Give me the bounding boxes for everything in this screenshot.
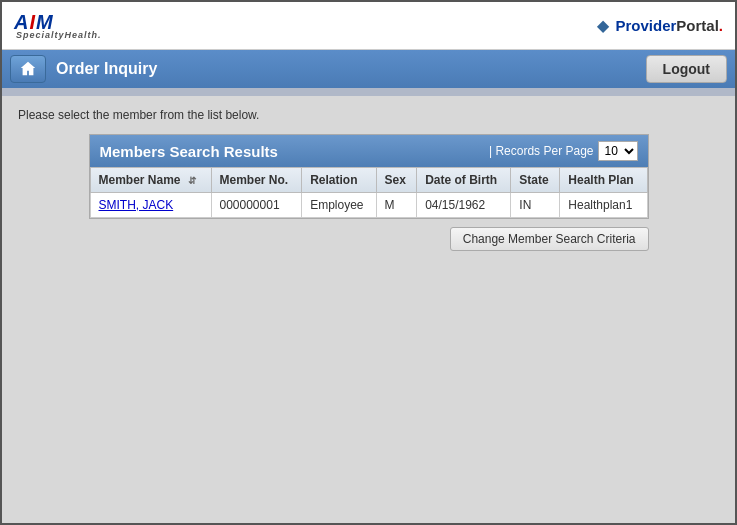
col-state: State [511,168,560,193]
change-criteria-row: Change Member Search Criteria [89,227,649,251]
col-member-no: Member No. [211,168,302,193]
instruction-text: Please select the member from the list b… [18,108,719,122]
provider-portal-logo: ◆ ProviderPortal. [597,17,723,35]
content-area: Please select the member from the list b… [2,96,735,525]
logout-button[interactable]: Logout [646,55,727,83]
col-relation: Relation [302,168,376,193]
navbar: Order Inquiry Logout [2,50,735,88]
records-per-page-control: | Records Per Page 10 25 50 [489,141,638,161]
members-table: Member Name ⇵ Member No. Relation Sex Da… [90,167,648,218]
home-icon [19,60,37,78]
home-button[interactable] [10,55,46,83]
cell-member-name: SMITH, JACK [90,193,211,218]
table-title: Members Search Results [100,143,278,160]
cell-dob: 04/15/1962 [417,193,511,218]
table-header-row: Member Name ⇵ Member No. Relation Sex Da… [90,168,647,193]
records-per-page-label: | Records Per Page [489,144,594,158]
member-name-link[interactable]: SMITH, JACK [99,198,174,212]
col-sex: Sex [376,168,417,193]
provider-portal-text: Provider [615,17,676,34]
globe-icon: ◆ [597,17,609,34]
divider-bar [2,88,735,96]
sort-icon: ⇵ [188,175,196,186]
change-criteria-button[interactable]: Change Member Search Criteria [450,227,649,251]
portal-dot: . [719,17,723,34]
cell-relation: Employee [302,193,376,218]
nav-left: Order Inquiry [10,55,157,83]
logo-area: AIM SpecialtyHealth. [14,11,102,40]
cell-health-plan: Healthplan1 [560,193,647,218]
cell-sex: M [376,193,417,218]
col-dob: Date of Birth [417,168,511,193]
table-header-bar: Members Search Results | Records Per Pag… [90,135,648,167]
cell-member-no: 000000001 [211,193,302,218]
results-table-container: Members Search Results | Records Per Pag… [89,134,649,219]
page-header: AIM SpecialtyHealth. ◆ ProviderPortal. [2,2,735,50]
col-member-name: Member Name ⇵ [90,168,211,193]
portal-label: Portal [676,17,719,34]
records-per-page-select[interactable]: 10 25 50 [598,141,638,161]
table-row: SMITH, JACK 000000001 Employee M 04/15/1… [90,193,647,218]
cell-state: IN [511,193,560,218]
aim-logo: AIM SpecialtyHealth. [14,11,102,40]
page-title: Order Inquiry [56,60,157,78]
logo-subtitle: SpecialtyHealth. [16,30,102,40]
col-health-plan: Health Plan [560,168,647,193]
